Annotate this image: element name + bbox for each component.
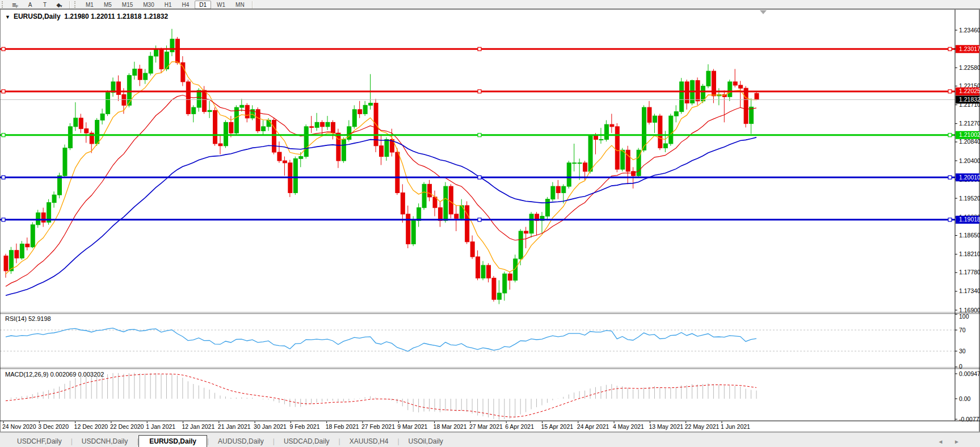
candle [293, 158, 297, 193]
hline-handle[interactable] [478, 176, 481, 179]
chart-window: 1.234601.230201.225801.221501.217101.212… [0, 9, 980, 432]
candle [31, 225, 35, 247]
hline-handle[interactable] [478, 218, 481, 222]
candle [728, 82, 732, 97]
candle [352, 110, 356, 127]
tab-scroll-arrows[interactable]: ◄ ► [937, 438, 964, 447]
rsi-tick-label: 30 [959, 348, 966, 354]
price-tick-label: 1.23460 [959, 27, 980, 34]
price-chart: 1.234601.230201.225801.221501.217101.212… [0, 0, 980, 447]
candle [610, 124, 614, 127]
date-tick-label: 18 Feb 2021 [326, 423, 359, 430]
hline-handle[interactable] [948, 133, 952, 137]
candle [663, 144, 667, 148]
chart-tab-bar: USDCHF,Daily|USDCNH,Daily|EURUSD,Daily|A… [0, 432, 980, 447]
chart-menu-icon[interactable]: ▼ [5, 14, 10, 20]
candle [218, 144, 222, 146]
candle [588, 136, 592, 171]
chart-tab-usoil[interactable]: USOil,Daily [399, 436, 452, 447]
candle [567, 163, 571, 186]
date-tick-label: 1 Jan 2021 [146, 423, 175, 430]
price-tick-label: 1.21270 [959, 120, 980, 127]
candle [347, 127, 351, 140]
hline-price-badge-label: 1.22025 [959, 87, 980, 94]
candle [417, 208, 421, 221]
candle [444, 186, 448, 220]
candle [138, 69, 142, 80]
chart-tab-usdcnh[interactable]: USDCNH,Daily [73, 436, 137, 447]
candle [159, 50, 163, 69]
candle [465, 206, 469, 242]
hline-handle[interactable] [948, 47, 952, 51]
candle [647, 107, 651, 122]
candle [744, 88, 748, 123]
candle [197, 90, 201, 107]
rsi-tick-label: 100 [959, 313, 969, 320]
hline-handle[interactable] [478, 90, 481, 93]
candle [267, 120, 271, 127]
candle [428, 184, 432, 197]
hline-price-badge-label: 1.20010 [959, 174, 980, 181]
macd-tick-label: 0.00 [959, 395, 971, 402]
hline-handle[interactable] [948, 176, 952, 179]
hline-handle[interactable] [2, 90, 5, 93]
candle [363, 105, 367, 114]
candle [583, 163, 587, 172]
hline-handle[interactable] [2, 218, 5, 222]
rsi-tick-label: 70 [959, 327, 966, 333]
candle [304, 127, 308, 157]
candle [653, 116, 657, 122]
candle [733, 82, 737, 85]
candle [380, 146, 384, 157]
macd-tick-label: 0.009478 [959, 370, 980, 377]
candle [299, 156, 303, 158]
candle [154, 50, 158, 56]
candle [556, 186, 560, 193]
candle [503, 274, 507, 293]
candle [149, 56, 153, 73]
hline-handle[interactable] [478, 47, 481, 51]
candle [85, 129, 89, 133]
candle [262, 127, 266, 131]
chart-tab-audusd[interactable]: AUDUSD,Daily [209, 436, 273, 447]
macd-indicator-label: MACD(12,26,9) 0.002069 0.003202 [5, 371, 104, 378]
candle [52, 195, 56, 203]
candle [26, 244, 30, 247]
date-tick-label: 12 Jan 2021 [182, 423, 215, 430]
hline-handle[interactable] [948, 218, 952, 222]
candle [283, 161, 287, 163]
current-price-badge-label: 1.21832 [959, 96, 980, 103]
candle [449, 186, 453, 214]
candle [337, 133, 340, 161]
hline-handle[interactable] [948, 90, 952, 93]
candle [455, 214, 459, 219]
chart-tab-eurusd[interactable]: EURUSD,Daily [138, 435, 207, 447]
candle [326, 122, 330, 127]
candle [401, 193, 405, 214]
date-tick-label: 22 Dec 2020 [110, 423, 144, 430]
chart-header: ▼EURUSD,Daily 1.21980 1.22011 1.21818 1.… [5, 12, 168, 20]
hline-handle[interactable] [2, 47, 5, 51]
hline-price-badge-label: 1.21002 [959, 131, 980, 138]
price-tick-label: 1.20840 [959, 138, 980, 145]
chart-ohlc-values: 1.21980 1.22011 1.21818 1.21832 [64, 12, 168, 20]
candle [41, 213, 45, 223]
candle [621, 150, 625, 169]
chart-tab-xauusd[interactable]: XAUUSD,H4 [340, 436, 398, 447]
candle [551, 186, 555, 199]
candle [358, 110, 362, 114]
candle [315, 122, 319, 127]
candle [208, 110, 212, 111]
price-tick-label: 1.18210 [959, 250, 980, 257]
hline-handle[interactable] [2, 176, 5, 179]
chart-tab-usdchf[interactable]: USDCHF,Daily [8, 436, 71, 447]
candle [321, 122, 325, 127]
hline-handle[interactable] [478, 133, 481, 137]
date-tick-label: 27 Mar 2021 [469, 423, 503, 430]
candle [277, 152, 281, 161]
chart-tab-usdcad[interactable]: USDCAD,Daily [275, 436, 339, 447]
chart-tabs: USDCHF,Daily|USDCNH,Daily|EURUSD,Daily|A… [8, 433, 452, 447]
candle [545, 199, 549, 216]
hline-handle[interactable] [2, 133, 5, 137]
candle [578, 163, 582, 164]
